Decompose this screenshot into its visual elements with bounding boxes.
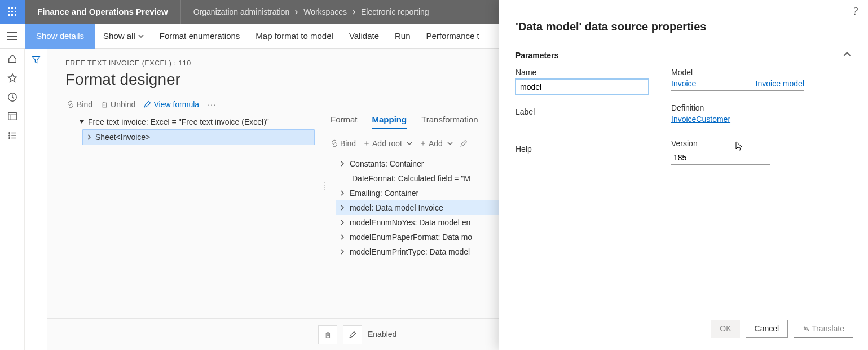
section-label: Parameters (515, 51, 558, 60)
hamburger-button[interactable] (0, 24, 25, 49)
unbind-button[interactable]: Unbind (100, 100, 135, 109)
help-label: Help (515, 145, 649, 154)
view-formula-label: View formula (153, 100, 199, 109)
name-input[interactable] (515, 79, 649, 95)
unbind-label: Unbind (111, 100, 135, 109)
svg-point-22 (324, 182, 325, 183)
workspace-icon[interactable] (7, 111, 18, 122)
add-root-label: Add root (372, 139, 402, 148)
validate-button[interactable]: Validate (341, 24, 387, 49)
app-title: Finance and Operations Preview (25, 0, 181, 24)
show-all-dropdown[interactable]: Show all (95, 24, 152, 49)
bind-label: Bind (77, 100, 92, 109)
star-icon[interactable] (7, 72, 18, 84)
label-input[interactable] (515, 119, 649, 132)
ds-node-label: model: Data model Invoice (350, 203, 443, 212)
bind-button[interactable]: Bind (67, 100, 92, 109)
tree-node-sheet[interactable]: Sheet<Invoice> (82, 129, 315, 145)
tree-node-root[interactable]: Free text invoice: Excel = "Free text in… (76, 115, 315, 129)
breadcrumb-item[interactable]: Workspaces (301, 7, 349, 16)
add-button[interactable]: ＋ Add (419, 138, 453, 148)
cancel-button[interactable]: Cancel (746, 320, 788, 338)
plus-icon: ＋ (419, 138, 427, 148)
show-details-button[interactable]: Show details (25, 24, 95, 49)
add-label: Add (429, 139, 443, 148)
version-label: Version (671, 139, 804, 148)
tree-node-label: Sheet<Invoice> (95, 133, 150, 142)
definition-label: Definition (671, 103, 804, 112)
clock-icon[interactable] (7, 91, 18, 103)
splitter[interactable] (319, 115, 331, 259)
delete-button[interactable] (318, 325, 337, 344)
model-value[interactable]: Invoice model (756, 79, 804, 88)
definition-link[interactable]: InvoiceCustomer (671, 115, 730, 124)
add-root-button[interactable]: ＋ Add root (363, 138, 412, 148)
format-enumerations-button[interactable]: Format enumerations (152, 24, 248, 49)
view-formula-button[interactable]: View formula (143, 100, 199, 109)
tab-transformations[interactable]: Transformation (421, 115, 478, 129)
version-input[interactable] (671, 150, 770, 165)
svg-point-24 (324, 187, 325, 188)
svg-rect-1 (11, 7, 13, 9)
svg-point-18 (8, 135, 10, 136)
tab-mapping[interactable]: Mapping (372, 115, 407, 129)
map-bind-label: Bind (340, 139, 356, 148)
ds-node-label: modelEnumNoYes: Data model en (350, 218, 470, 227)
ds-node-label: modelEnumPrintType: Data model (350, 247, 470, 256)
ds-node-label: Constants: Container (350, 159, 424, 168)
help-input[interactable] (515, 156, 649, 169)
filter-column (25, 49, 47, 350)
chevron-up-icon[interactable] (843, 50, 851, 60)
tab-format[interactable]: Format (331, 115, 358, 129)
breadcrumb-item[interactable]: Electronic reporting (359, 7, 431, 16)
filter-icon[interactable] (32, 55, 41, 66)
svg-rect-6 (8, 14, 10, 16)
svg-rect-4 (11, 11, 13, 12)
help-icon[interactable]: ? (853, 6, 858, 18)
svg-rect-7 (11, 14, 13, 16)
model-link[interactable]: Invoice (671, 79, 696, 88)
svg-point-25 (324, 189, 325, 190)
more-icon[interactable]: ··· (207, 100, 217, 109)
ok-button[interactable]: OK (711, 320, 739, 338)
ds-node-label: Emailing: Container (350, 189, 418, 198)
ds-node-label: DateFormat: Calculated field = "M (352, 174, 470, 183)
plus-icon: ＋ (363, 138, 371, 148)
flyout-title: 'Data model' data source properties (515, 20, 851, 33)
svg-point-16 (8, 133, 10, 134)
map-format-button[interactable]: Map format to model (248, 24, 341, 49)
translate-label: Translate (812, 324, 844, 333)
run-button[interactable]: Run (387, 24, 418, 49)
translate-button[interactable]: Translate (794, 320, 853, 338)
map-edit-icon[interactable] (460, 139, 468, 147)
format-tree: Free text invoice: Excel = "Free text in… (65, 115, 319, 259)
chevron-right-icon (349, 7, 359, 16)
model-label: Model (671, 68, 804, 77)
svg-rect-13 (8, 113, 16, 120)
svg-rect-0 (8, 7, 10, 9)
home-icon[interactable] (7, 53, 18, 64)
app-launcher-button[interactable] (0, 0, 25, 24)
edit-button[interactable] (343, 325, 362, 344)
map-bind-button[interactable]: Bind (331, 139, 356, 148)
list-icon[interactable] (7, 130, 18, 141)
svg-rect-8 (15, 14, 16, 16)
breadcrumb-item[interactable]: Organization administration (191, 7, 292, 16)
ds-node-label: modelEnumPaperFormat: Data mo (350, 233, 472, 242)
left-rail (0, 49, 25, 350)
svg-rect-3 (8, 11, 10, 12)
label-label: Label (515, 107, 649, 116)
svg-point-23 (324, 185, 325, 186)
chevron-right-icon (292, 7, 301, 16)
name-label: Name (515, 68, 649, 77)
show-all-label: Show all (103, 24, 135, 49)
svg-point-20 (8, 138, 10, 139)
tree-node-label: Free text invoice: Excel = "Free text in… (88, 117, 269, 126)
breadcrumb: Organization administration Workspaces E… (181, 0, 442, 24)
svg-rect-5 (15, 11, 16, 12)
svg-rect-2 (15, 7, 16, 9)
performance-button[interactable]: Performance t (418, 24, 487, 49)
properties-flyout: ? 'Data model' data source properties Pa… (499, 0, 868, 350)
